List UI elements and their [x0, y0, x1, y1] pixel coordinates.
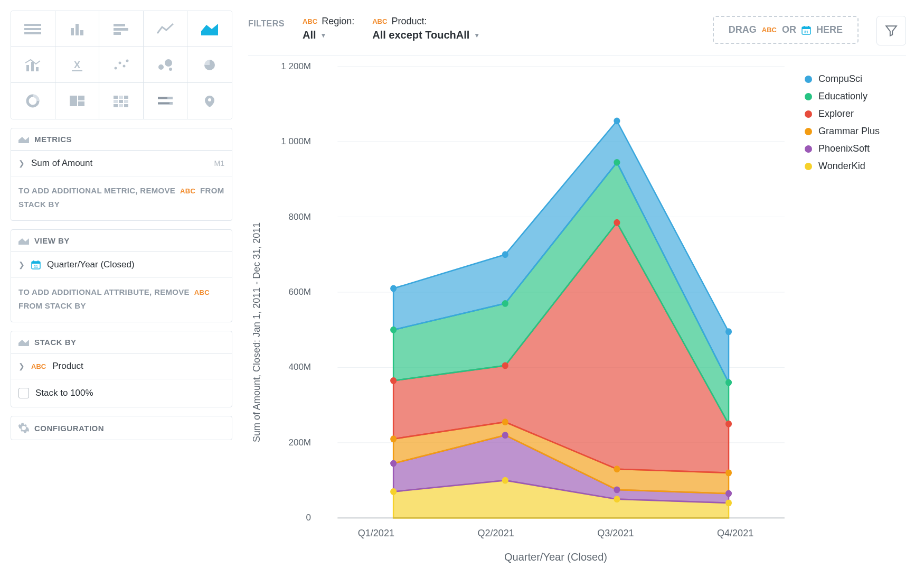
- metrics-panel: METRICS ❯ Sum of Amount M1 TO ADD ADDITI…: [11, 128, 232, 221]
- svg-point-73: [502, 362, 508, 369]
- x-tick-label: Q3/2021: [556, 524, 676, 543]
- legend-dot-icon: [805, 110, 812, 118]
- svg-rect-7: [114, 28, 128, 31]
- chevron-down-icon: ▼: [474, 32, 480, 39]
- chart-type-treemap[interactable]: [55, 83, 100, 119]
- svg-rect-1: [24, 28, 41, 30]
- config-sidebar: X METRICS ❯ Sum of Amount M1 TO ADD A: [0, 0, 243, 577]
- svg-rect-27: [119, 96, 123, 99]
- stackby-item[interactable]: ❯ ABC Product: [11, 353, 232, 379]
- chart-type-bubble[interactable]: [144, 47, 188, 83]
- filter-region[interactable]: ABC Region: All ▼: [303, 16, 354, 41]
- stackby-item-label: Product: [52, 361, 83, 371]
- viewby-item[interactable]: ❯ 31 Quarter/Year (Closed): [11, 252, 232, 278]
- svg-point-62: [614, 496, 620, 502]
- svg-rect-5: [80, 30, 83, 35]
- chart-type-scatter[interactable]: [99, 47, 144, 83]
- svg-rect-3: [71, 28, 74, 35]
- svg-rect-10: [26, 65, 29, 71]
- metric-tag: M1: [214, 159, 224, 167]
- svg-point-21: [169, 68, 172, 71]
- chart-type-combo[interactable]: [11, 47, 55, 83]
- svg-rect-38: [158, 103, 169, 104]
- chevron-right-icon: ❯: [18, 362, 25, 370]
- chevron-right-icon: ❯: [18, 159, 25, 167]
- viewby-panel: VIEW BY ❯ 31 Quarter/Year (Closed) TO AD…: [11, 229, 232, 322]
- svg-rect-28: [124, 96, 128, 99]
- y-tick-label: 1 200M: [281, 61, 311, 72]
- funnel-icon: [884, 24, 898, 38]
- chart-type-bar[interactable]: [99, 11, 144, 47]
- y-tick-label: 400M: [288, 362, 311, 373]
- svg-rect-49: [802, 27, 810, 29]
- svg-rect-14: [72, 70, 82, 71]
- legend-item[interactable]: CompuSci: [805, 70, 906, 88]
- x-axis-ticks: Q1/2021Q2/2021Q3/2021Q4/2021: [316, 524, 795, 543]
- svg-point-81: [502, 251, 508, 258]
- checkbox-icon[interactable]: [18, 388, 29, 398]
- svg-rect-23: [70, 96, 77, 106]
- svg-point-69: [502, 418, 508, 425]
- chevron-down-icon: ▼: [320, 32, 327, 39]
- configuration-label: CONFIGURATION: [34, 424, 104, 433]
- svg-point-67: [725, 490, 732, 497]
- abc-icon: ABC: [372, 17, 387, 25]
- configuration-header[interactable]: CONFIGURATION: [11, 416, 232, 440]
- chart-type-selector: X: [11, 11, 232, 119]
- svg-rect-50: [804, 26, 805, 28]
- chart-type-pie[interactable]: [187, 47, 232, 83]
- legend-label: CompuSci: [818, 73, 862, 85]
- filter-product[interactable]: ABC Product: All except TouchAll ▼: [372, 16, 480, 41]
- abc-icon: ABC: [303, 17, 317, 25]
- chart-type-geo[interactable]: [187, 83, 232, 119]
- filter-region-name: Region:: [322, 16, 354, 27]
- svg-rect-29: [114, 100, 118, 103]
- metric-item-label: Sum of Amount: [31, 158, 92, 169]
- chart-type-bullet[interactable]: [144, 83, 188, 119]
- svg-rect-34: [124, 104, 128, 107]
- legend-item[interactable]: Grammar Plus: [805, 123, 906, 140]
- chart-type-headline[interactable]: X: [55, 47, 100, 83]
- x-axis-label: Quarter/Year (Closed): [316, 543, 795, 566]
- chart-type-heatmap[interactable]: [99, 83, 144, 119]
- legend-item[interactable]: Explorer: [805, 105, 906, 123]
- chart-type-column[interactable]: [55, 11, 100, 47]
- configuration-panel[interactable]: CONFIGURATION: [11, 416, 232, 440]
- chart-type-donut[interactable]: [11, 83, 55, 119]
- chart-type-area[interactable]: [187, 11, 232, 47]
- metric-item[interactable]: ❯ Sum of Amount M1: [11, 151, 232, 176]
- svg-marker-9: [201, 24, 218, 35]
- chart: Sum of Amount, Closed: Jan 1, 2011 - Dec…: [248, 61, 906, 566]
- legend-label: PhoenixSoft: [818, 143, 870, 154]
- svg-rect-33: [119, 104, 123, 107]
- svg-point-39: [208, 98, 211, 101]
- svg-point-63: [725, 499, 732, 506]
- filter-funnel-button[interactable]: [876, 16, 906, 45]
- chart-type-line[interactable]: [144, 11, 188, 47]
- svg-rect-6: [114, 24, 125, 26]
- y-tick-label: 200M: [288, 438, 311, 448]
- svg-point-17: [123, 64, 126, 67]
- stack-to-100-row[interactable]: Stack to 100%: [11, 379, 232, 407]
- legend-dot-icon: [805, 128, 812, 135]
- svg-rect-26: [114, 96, 118, 99]
- legend-item[interactable]: WonderKid: [805, 157, 906, 175]
- x-tick-label: Q4/2021: [675, 524, 795, 543]
- chart-type-table[interactable]: [11, 11, 55, 47]
- filter-drop-zone[interactable]: DRAG ABC OR 31 HERE: [713, 16, 859, 44]
- svg-point-64: [390, 460, 397, 467]
- filter-region-value: All: [303, 29, 316, 41]
- x-tick-label: Q2/2021: [436, 524, 556, 543]
- svg-rect-11: [31, 62, 34, 71]
- legend-dot-icon: [805, 145, 812, 153]
- y-tick-label: 800M: [288, 212, 311, 222]
- legend-item[interactable]: PhoenixSoft: [805, 140, 906, 157]
- legend-dot-icon: [805, 163, 812, 170]
- stack-to-100-label: Stack to 100%: [35, 388, 93, 398]
- legend-label: Explorer: [818, 108, 854, 119]
- svg-point-72: [390, 377, 397, 384]
- svg-point-61: [502, 477, 508, 484]
- main-area: FILTERS ABC Region: All ▼ ABC Product: A…: [243, 0, 924, 577]
- svg-point-20: [165, 59, 172, 67]
- legend-item[interactable]: Educationly: [805, 88, 906, 105]
